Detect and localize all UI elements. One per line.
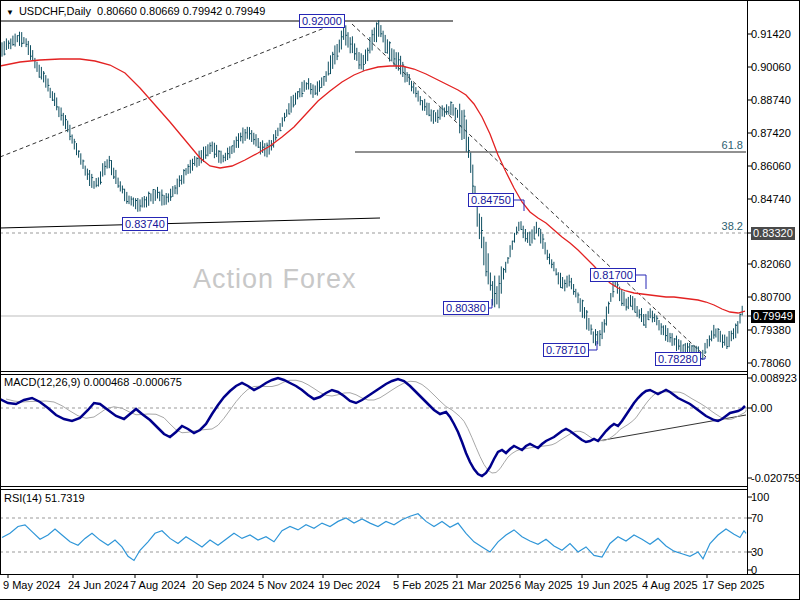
price-callout[interactable]: 0.80380 bbox=[443, 301, 489, 315]
price-panel[interactable] bbox=[0, 0, 747, 372]
rsi-panel[interactable] bbox=[0, 489, 747, 574]
price-callout[interactable]: 0.78280 bbox=[655, 352, 701, 366]
macd-panel[interactable] bbox=[0, 374, 747, 487]
price-callout[interactable]: 0.78710 bbox=[543, 343, 589, 357]
time-axis[interactable] bbox=[0, 574, 747, 600]
symbol-period-label: USDCHF,Daily bbox=[19, 5, 91, 17]
symbol-dropdown-icon[interactable]: ▼ bbox=[6, 8, 14, 17]
trading-chart-window: Action Forex ▼USDCHF,Daily0.80660 0.8066… bbox=[0, 0, 800, 600]
chart-header: ▼USDCHF,Daily0.80660 0.80669 0.79942 0.7… bbox=[6, 5, 265, 17]
price-callout[interactable]: 0.83740 bbox=[122, 217, 168, 231]
price-callout[interactable]: 0.92000 bbox=[299, 14, 345, 28]
price-callout[interactable]: 0.81700 bbox=[590, 268, 636, 282]
macd-indicator-label: MACD(12,26,9) 0.000468 -0.000675 bbox=[4, 376, 182, 389]
rsi-indicator-label: RSI(14) 51.7319 bbox=[4, 492, 85, 505]
price-axis[interactable] bbox=[747, 0, 800, 574]
ohlc-quotes: 0.80660 0.80669 0.79942 0.79949 bbox=[97, 5, 265, 17]
price-callout[interactable]: 0.84750 bbox=[468, 193, 514, 207]
